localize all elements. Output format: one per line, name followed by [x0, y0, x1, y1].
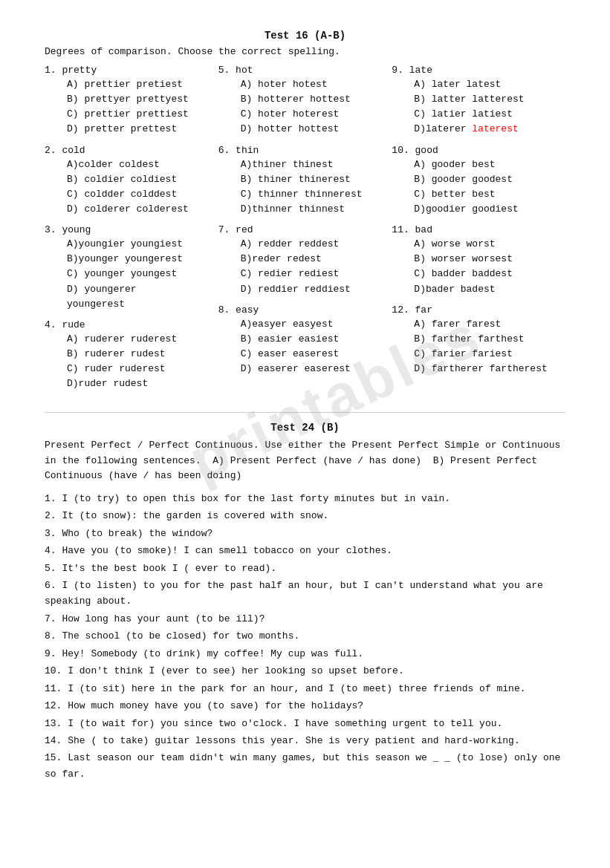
test2-instructions: Present Perfect / Perfect Continuous. Us…: [45, 438, 565, 483]
question-2-options: A)colder coldest B) coldier coldiest C) …: [45, 157, 218, 218]
test2-item: 8. The school (to be closed) for two mon…: [45, 628, 565, 644]
option-line: B)reder redest: [241, 252, 392, 267]
question-9: 9. late A) later latest B) latter latter…: [392, 65, 565, 137]
option-line: A)colder coldest: [67, 157, 218, 172]
option-line: C) badder baddest: [414, 267, 565, 281]
option-line: B) coldier coldiest: [67, 172, 218, 187]
question-11: 11. bad A) worse worst B) worser worsest…: [392, 224, 565, 297]
option-line: C) latier latiest: [414, 107, 565, 122]
question-12-label: 12. far: [392, 304, 565, 316]
test2-item: 10. I don't think I (ever to see) her lo…: [45, 663, 565, 679]
option-line: B)younger youngerest: [67, 252, 218, 267]
option-line: D) reddier reddiest: [241, 282, 392, 297]
question-6: 6. thin A)thiner thinest B) thiner thine…: [218, 145, 392, 218]
option-line: C) redier rediest: [241, 267, 392, 281]
option-line: D)ruder rudest: [67, 376, 218, 391]
question-2: 2. cold A)colder coldest B) coldier cold…: [45, 145, 218, 218]
test2-item: 12. How much money have you (to save) fo…: [45, 698, 565, 714]
question-12: 12. far A) farer farest B) farther farth…: [392, 304, 565, 377]
option-line: D) youngerer: [67, 282, 218, 297]
question-8-options: A)easyer easyest B) easier easiest C) ea…: [218, 317, 392, 377]
option-line: B) worser worsest: [414, 252, 565, 267]
option-line: A) prettier pretiest: [67, 77, 218, 92]
test1-col3: 9. late A) later latest B) latter latter…: [392, 65, 565, 397]
option-line: A) redder reddest: [241, 237, 392, 252]
option-line: B) ruderer rudest: [67, 347, 218, 362]
test1-col2: 5. hot A) hoter hotest B) hotterer hotte…: [218, 65, 392, 397]
question-6-label: 6. thin: [218, 145, 392, 156]
test2-item: 9. Hey! Somebody (to drink) my coffee! M…: [45, 646, 565, 662]
option-line: C) ruder ruderest: [67, 362, 218, 376]
question-7: 7. red A) redder reddest B)reder redest …: [218, 224, 392, 297]
option-line: B) easier easiest: [241, 332, 392, 347]
test2-item: 5. It's the best book I ( ever to read).: [45, 561, 565, 576]
question-7-options: A) redder reddest B)reder redest C) redi…: [218, 237, 392, 297]
test2-item: 15. Last season our team didn't win many…: [45, 750, 565, 782]
question-1: 1. pretty A) prettier pretiest B) pretty…: [45, 65, 218, 137]
test1-col1: 1. pretty A) prettier pretiest B) pretty…: [45, 65, 218, 397]
question-10: 10. good A) gooder best B) gooder goodes…: [392, 145, 565, 218]
option-line: C) prettier prettiest: [67, 107, 218, 122]
option-line: B) gooder goodest: [414, 172, 565, 187]
question-5: 5. hot A) hoter hotest B) hotterer hotte…: [218, 65, 392, 137]
option-line: A)youngier youngiest: [67, 237, 218, 252]
option-line: youngerest: [67, 297, 218, 312]
question-9-options: A) later latest B) latter latterest C) l…: [392, 77, 565, 137]
option-line: A) hoter hotest: [241, 77, 392, 92]
option-line: B) thiner thinerest: [241, 172, 392, 187]
test2-item: 7. How long has your aunt (to be ill)?: [45, 611, 565, 627]
option-line: A) farer farest: [414, 317, 565, 332]
option-line: D) easerer easerest: [241, 362, 392, 376]
option-line: D) fartherer fartherest: [414, 362, 565, 376]
question-3: 3. young A)youngier youngiest B)younger …: [45, 224, 218, 312]
question-5-label: 5. hot: [218, 65, 392, 76]
question-10-label: 10. good: [392, 145, 565, 156]
question-11-options: A) worse worst B) worser worsest C) badd…: [392, 237, 565, 297]
question-12-options: A) farer farest B) farther farthest C) f…: [392, 317, 565, 377]
option-line: D) pretter prettest: [67, 122, 218, 137]
question-9-label: 9. late: [392, 65, 565, 76]
option-line: C) easer easerest: [241, 347, 392, 362]
option-line: A)easyer easyest: [241, 317, 392, 332]
test2-item: 11. I (to sit) here in the park for an h…: [45, 681, 565, 696]
option-line: D)thinner thinnest: [241, 202, 392, 217]
question-2-label: 2. cold: [45, 145, 218, 156]
question-11-label: 11. bad: [392, 224, 565, 235]
test2-item: 2. It (to snow): the garden is covered w…: [45, 508, 565, 523]
option-line: B) farther farthest: [414, 332, 565, 347]
option-line: A)thiner thinest: [241, 157, 392, 172]
test2-title: Test 24 (B): [45, 422, 565, 434]
question-3-label: 3. young: [45, 224, 218, 235]
option-line: C) younger youngest: [67, 267, 218, 281]
question-10-options: A) gooder best B) gooder goodest C) bett…: [392, 157, 565, 218]
option-line: C) better best: [414, 187, 565, 202]
red-answer: laterest: [472, 123, 518, 134]
question-3-options: A)youngier youngiest B)younger youngeres…: [45, 237, 218, 312]
option-line: D)goodier goodiest: [414, 202, 565, 217]
option-line: D) hotter hottest: [241, 122, 392, 137]
option-line: B) latter latterest: [414, 92, 565, 107]
option-line: C) hoter hoterest: [241, 107, 392, 122]
option-line: B) prettyer prettyest: [67, 92, 218, 107]
option-line: D)laterer laterest: [414, 122, 565, 137]
question-1-options: A) prettier pretiest B) prettyer prettye…: [45, 77, 218, 137]
section-divider: [45, 412, 565, 413]
test2-item: 1. I (to try) to open this box for the l…: [45, 491, 565, 506]
option-line: B) hotterer hottest: [241, 92, 392, 107]
option-line: C) coldder colddest: [67, 187, 218, 202]
question-5-options: A) hoter hotest B) hotterer hottest C) h…: [218, 77, 392, 137]
question-7-label: 7. red: [218, 224, 392, 235]
option-line: D) colderer colderest: [67, 202, 218, 217]
test2-item: 14. She ( to take) guitar lessons this y…: [45, 733, 565, 748]
question-4-options: A) ruderer ruderest B) ruderer rudest C)…: [45, 332, 218, 392]
option-line: C) thinner thinnerest: [241, 187, 392, 202]
test2-items-list: 1. I (to try) to open this box for the l…: [45, 491, 565, 782]
option-line: A) later latest: [414, 77, 565, 92]
test2-item: 4. Have you (to smoke)! I can smell toba…: [45, 543, 565, 558]
question-4: 4. rude A) ruderer ruderest B) ruderer r…: [45, 319, 218, 392]
option-line: A) ruderer ruderest: [67, 332, 218, 347]
test1-columns: 1. pretty A) prettier pretiest B) pretty…: [45, 65, 565, 397]
question-4-label: 4. rude: [45, 319, 218, 330]
option-line: D)bader badest: [414, 282, 565, 297]
test1-section: Test 16 (A-B) Degrees of comparison. Cho…: [45, 30, 565, 397]
